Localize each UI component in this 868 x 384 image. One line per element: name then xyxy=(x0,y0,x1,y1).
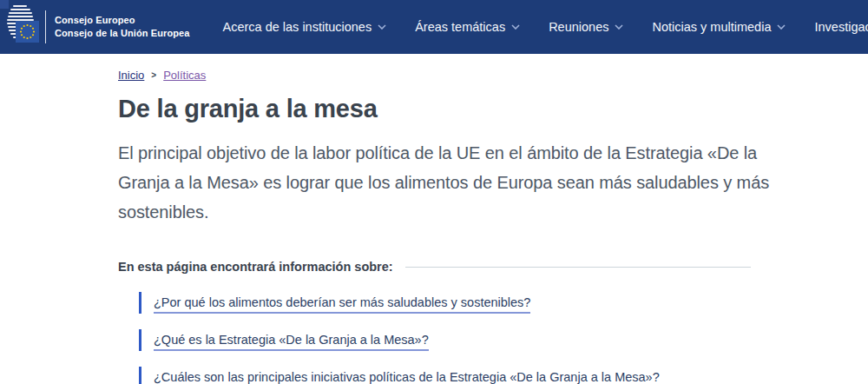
page-title: De la granja a la mesa xyxy=(118,95,868,123)
chevron-down-icon xyxy=(511,24,520,30)
council-logo-icon[interactable] xyxy=(0,0,45,54)
site-brand[interactable]: Consejo Europeo Consejo de la Unión Euro… xyxy=(55,14,190,40)
nav-item-reuniones[interactable]: Reuniones xyxy=(549,20,623,34)
on-this-page-header: En esta página encontrará información so… xyxy=(118,260,751,274)
nav-item-label: Investigación y publicaciones xyxy=(814,20,868,34)
breadcrumb-separator: > xyxy=(151,70,156,80)
nav-item-areas-tematicas[interactable]: Áreas temáticas xyxy=(415,20,520,34)
chevron-down-icon xyxy=(615,24,623,30)
list-item: ¿Por qué los alimentos deberían ser más … xyxy=(139,292,868,314)
list-item: ¿Cuáles son las principales iniciativas … xyxy=(139,367,868,384)
lead-paragraph: El principal objetivo de la labor políti… xyxy=(118,138,791,227)
on-this-page-label: En esta página encontrará información so… xyxy=(118,260,393,274)
page-content: Inicio > Políticas De la granja a la mes… xyxy=(0,54,868,384)
anchor-link-saludables-sostenibles[interactable]: ¿Por qué los alimentos deberían ser más … xyxy=(154,295,530,314)
anchor-link-iniciativas-politicas[interactable]: ¿Cuáles son las principales iniciativas … xyxy=(154,370,660,384)
chevron-down-icon xyxy=(777,24,786,30)
main-navigation: Acerca de las instituciones Áreas temáti… xyxy=(223,20,868,34)
top-navigation-bar: Consejo Europeo Consejo de la Unión Euro… xyxy=(0,0,868,54)
brand-line-1: Consejo Europeo xyxy=(55,14,190,27)
breadcrumb-link-inicio[interactable]: Inicio xyxy=(118,69,144,82)
on-this-page-links: ¿Por qué los alimentos deberían ser más … xyxy=(118,292,868,384)
nav-item-label: Reuniones xyxy=(549,20,608,34)
breadcrumb: Inicio > Políticas xyxy=(118,69,868,82)
section-divider xyxy=(405,267,751,268)
breadcrumb-link-politicas[interactable]: Políticas xyxy=(163,69,206,82)
list-item: ¿Qué es la Estrategia «De la Granja a la… xyxy=(139,329,868,351)
nav-item-investigacion[interactable]: Investigación y publicaciones xyxy=(814,20,868,34)
anchor-link-que-es-estrategia[interactable]: ¿Qué es la Estrategia «De la Granja a la… xyxy=(154,333,429,351)
chevron-down-icon xyxy=(378,24,386,30)
nav-item-label: Acerca de las instituciones xyxy=(223,20,372,34)
nav-item-noticias[interactable]: Noticias y multimedia xyxy=(652,20,786,34)
nav-item-label: Noticias y multimedia xyxy=(652,20,771,34)
nav-item-label: Áreas temáticas xyxy=(415,20,505,34)
brand-line-2: Consejo de la Unión Europea xyxy=(55,27,190,40)
eu-flag-icon xyxy=(16,21,39,46)
brand-divider xyxy=(45,10,46,43)
nav-item-instituciones[interactable]: Acerca de las instituciones xyxy=(223,20,387,34)
